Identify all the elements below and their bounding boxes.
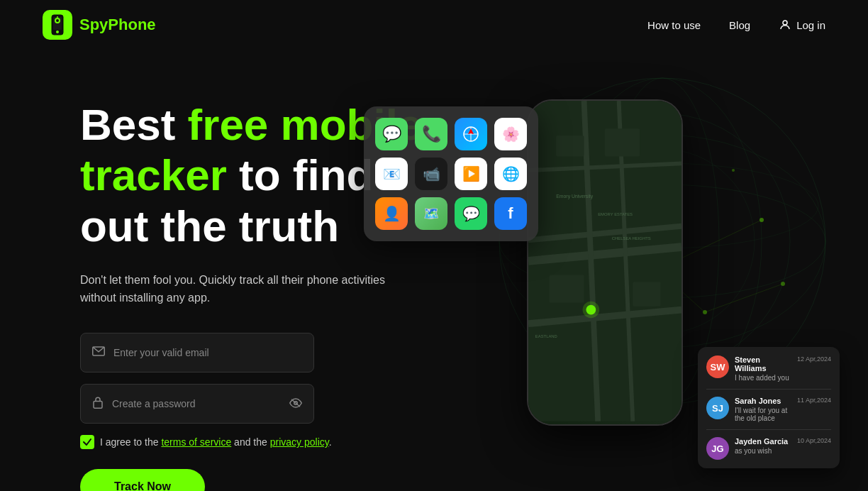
- chat-name-2: Sarah Jones: [735, 397, 791, 405]
- nav-links: How to use Blog Log in: [647, 18, 825, 31]
- avatar-jayden: JG: [706, 437, 729, 460]
- photos-app-icon: 🌸: [494, 118, 527, 150]
- hero-right: Emory University EMORY ESTATES CHELSEA H…: [491, 85, 825, 491]
- phone-mockup: Emory University EMORY ESTATES CHELSEA H…: [527, 99, 683, 426]
- logo[interactable]: SpyPhone: [43, 10, 156, 40]
- password-form-group: [80, 384, 477, 424]
- track-now-button[interactable]: Track Now: [80, 469, 205, 491]
- chat-info-3: Jayden Garcia as you wish: [735, 437, 791, 455]
- password-input[interactable]: [112, 398, 289, 409]
- terms-row: I agree to the terms of service and the …: [80, 435, 477, 449]
- svg-marker-51: [468, 128, 474, 134]
- svg-point-26: [732, 169, 735, 172]
- chat-info-2: Sarah Jones I'll wait for you at the old…: [735, 397, 791, 422]
- chat-name-3: Jayden Garcia: [735, 437, 791, 446]
- facetime-app-icon: 📹: [415, 158, 447, 190]
- svg-rect-39: [605, 128, 640, 156]
- avatar-sarah: SJ: [706, 397, 729, 419]
- hero-subtitle: Don't let them fool you. Quickly track a…: [80, 271, 385, 307]
- chat-time-3: 10 Apr,2024: [797, 437, 831, 444]
- svg-rect-38: [556, 136, 584, 156]
- messages-app-icon: 💬: [375, 118, 408, 150]
- nav-login[interactable]: Log in: [779, 18, 825, 31]
- lock-icon: [92, 396, 104, 412]
- map-roads: Emory University EMORY ESTATES CHELSEA H…: [528, 101, 681, 421]
- facebook-app-icon: f: [494, 197, 527, 230]
- chat-item-1: SW Steven Williams I have added you 12 A…: [706, 355, 831, 390]
- email-icon: [92, 346, 105, 359]
- play-store-app-icon: ▶️: [455, 158, 487, 190]
- email-input-wrapper: [80, 333, 314, 373]
- chat-msg-1: I have added you: [735, 374, 791, 382]
- chat-msg-3: as you wish: [735, 447, 791, 455]
- chat-popup: SW Steven Williams I have added you 12 A…: [698, 347, 840, 468]
- gmail-app-icon: 📧: [375, 158, 408, 190]
- svg-text:CHELSEA HEIGHTS: CHELSEA HEIGHTS: [612, 236, 651, 241]
- chat-msg-2: I'll wait for you at the old place: [735, 407, 791, 422]
- svg-rect-41: [633, 282, 660, 306]
- svg-point-47: [583, 302, 600, 319]
- chat-name-1: Steven Williams: [735, 355, 791, 373]
- checkmark-icon: [83, 438, 91, 446]
- nav-blog[interactable]: Blog: [729, 19, 750, 31]
- user-icon: [779, 18, 791, 31]
- chat-item-2: SJ Sarah Jones I'll wait for you at the …: [706, 397, 831, 430]
- email-input[interactable]: [113, 347, 302, 358]
- app-grid-overlay: 💬 📞 🌸 📧 📹 ▶️ 🌐 👤 🗺️ 💬 f: [364, 106, 538, 241]
- phone-app-icon: 📞: [415, 118, 447, 150]
- privacy-policy-link[interactable]: privacy policy: [270, 436, 329, 448]
- main-content: Best free mobile tracker to find out the…: [0, 50, 868, 491]
- chat-info-1: Steven Williams I have added you: [735, 355, 791, 382]
- logo-text: SpyPhone: [79, 16, 156, 34]
- terms-of-service-link[interactable]: terms of service: [161, 436, 231, 448]
- svg-line-11: [291, 399, 300, 407]
- svg-text:Emory University: Emory University: [556, 194, 593, 199]
- svg-rect-40: [549, 275, 584, 302]
- svg-point-3: [56, 31, 59, 33]
- nav-how-to-use[interactable]: How to use: [647, 19, 701, 31]
- chat-item-3: JG Jayden Garcia as you wish 10 Apr,2024: [706, 437, 831, 460]
- contacts-app-icon: 👤: [375, 197, 408, 230]
- chat-time-2: 11 Apr,2024: [797, 397, 831, 404]
- spyphone-logo-icon: [43, 10, 72, 40]
- password-input-wrapper: [80, 384, 314, 424]
- svg-rect-9: [94, 402, 102, 409]
- maps-app-icon: 🗺️: [415, 197, 447, 230]
- avatar-steven: SW: [706, 355, 729, 378]
- navbar: SpyPhone How to use Blog Log in: [0, 0, 868, 50]
- safari-app-icon: [455, 118, 487, 150]
- svg-text:EASTLAND: EASTLAND: [535, 334, 557, 338]
- whatsapp-app-icon: 💬: [455, 197, 487, 230]
- terms-checkbox[interactable]: [80, 435, 94, 449]
- email-form-group: [80, 333, 477, 373]
- chat-time-1: 12 Apr,2024: [797, 355, 831, 363]
- svg-point-7: [783, 21, 787, 25]
- svg-text:EMORY ESTATES: EMORY ESTATES: [598, 212, 633, 216]
- phone-map: Emory University EMORY ESTATES CHELSEA H…: [528, 101, 681, 424]
- chrome-app-icon: 🌐: [494, 158, 527, 190]
- svg-point-5: [56, 19, 59, 22]
- password-toggle-icon[interactable]: [289, 398, 302, 410]
- terms-text: I agree to the terms of service and the …: [100, 436, 332, 448]
